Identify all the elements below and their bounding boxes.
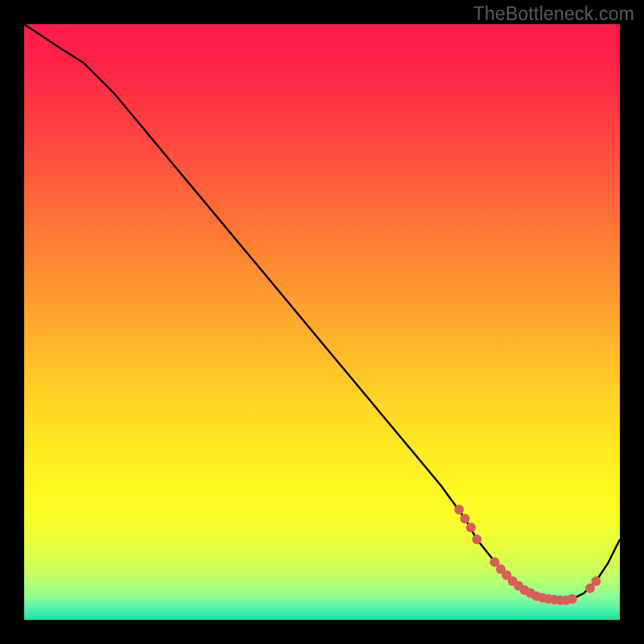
- data-dot: [472, 535, 481, 544]
- data-dot: [591, 576, 601, 586]
- curve-line: [24, 24, 620, 601]
- chart-stage: TheBottleneck.com: [0, 0, 644, 644]
- data-dot: [454, 505, 464, 514]
- dots-group: [454, 505, 601, 605]
- data-dot: [466, 522, 476, 532]
- curve-layer: [24, 24, 620, 620]
- watermark-text: TheBottleneck.com: [473, 3, 634, 25]
- plot-area: [24, 24, 620, 620]
- data-dot: [568, 594, 577, 604]
- data-dot: [460, 514, 470, 523]
